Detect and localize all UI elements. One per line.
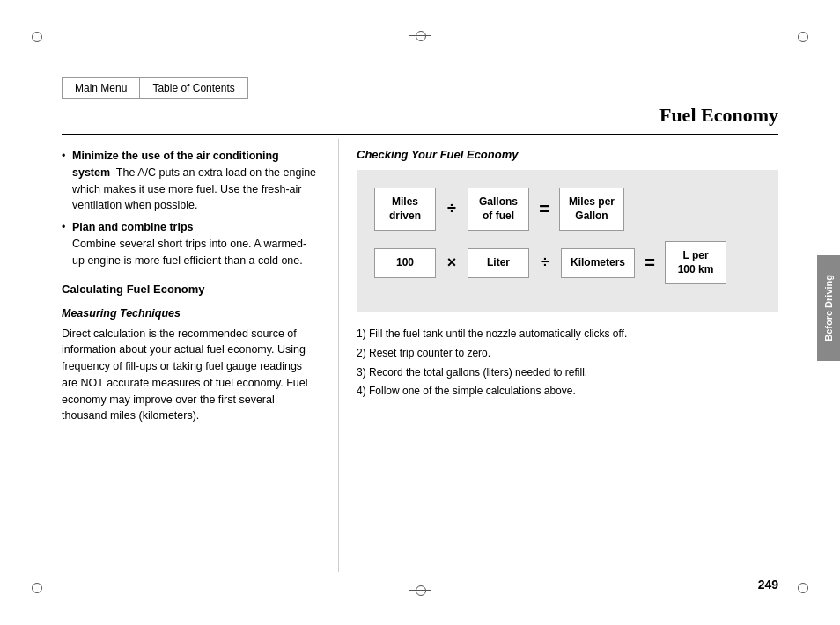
step-2: 2) Reset trip counter to zero. (357, 344, 778, 364)
formula-divide-op-1: ÷ (443, 200, 461, 218)
step-3: 3) Record the total gallons (liters) nee… (357, 364, 778, 383)
formula-gallons-of-fuel: Gallons of fuel (468, 188, 529, 231)
table-of-contents-button[interactable]: Table of Contents (139, 77, 247, 99)
formula-diagram: Miles driven ÷ Gallons of fuel = Miles p… (357, 170, 778, 312)
bullet2-title: Plan and combine trips (72, 221, 194, 233)
bullet-list: Minimize the use of the air conditioning… (62, 148, 317, 268)
section-heading: Calculating Fuel Economy (62, 281, 317, 298)
formula-miles-per-gallon: Miles per Gallon (559, 188, 624, 231)
crosshair-top (413, 28, 427, 42)
reg-mark-tr (792, 26, 814, 48)
step-4: 4) Follow one of the simple calculations… (357, 382, 778, 401)
formula-divide-op-2: ÷ (536, 254, 554, 272)
formula-bottom-row: 100 × Liter ÷ Kilometers = L per 100 km (374, 241, 761, 284)
reg-mark-br (792, 577, 814, 599)
side-tab: Before Driving (817, 255, 840, 361)
crosshair-bottom (413, 583, 427, 597)
formula-equals-2: = (642, 253, 658, 273)
formula-multiply-op: × (443, 254, 461, 272)
diagram-title: Checking Your Fuel Economy (357, 148, 778, 161)
formula-l-per-100km: L per 100 km (665, 241, 726, 284)
bullet2-text: Combine several short trips into one. A … (72, 238, 306, 267)
page-number: 249 (758, 577, 778, 592)
title-rule (62, 134, 778, 135)
column-divider (338, 139, 339, 572)
reg-mark-tl (26, 26, 48, 48)
formula-liter: Liter (468, 248, 529, 278)
content-wrapper: Minimize the use of the air conditioning… (62, 139, 778, 572)
formula-miles-driven: Miles driven (374, 188, 436, 231)
step-1: 1) Fill the fuel tank until the nozzle a… (357, 325, 778, 344)
bullet-item-2: Plan and combine trips Combine several s… (62, 219, 317, 268)
right-column: Checking Your Fuel Economy Miles driven … (343, 139, 778, 572)
steps-list: 1) Fill the fuel tank until the nozzle a… (357, 325, 778, 401)
formula-top-row: Miles driven ÷ Gallons of fuel = Miles p… (374, 188, 761, 231)
body-text: Direct calculation is the recommended so… (62, 326, 317, 425)
left-column: Minimize the use of the air conditioning… (62, 139, 335, 572)
formula-kilometers: Kilometers (561, 248, 635, 278)
main-menu-button[interactable]: Main Menu (62, 77, 139, 99)
side-tab-label: Before Driving (823, 275, 834, 342)
formula-100: 100 (374, 248, 436, 278)
subsection-heading: Measuring Techniques (62, 305, 317, 322)
page-title: Fuel Economy (659, 104, 778, 127)
formula-equals-1: = (536, 199, 552, 219)
reg-mark-bl (26, 577, 48, 599)
bullet-item-1: Minimize the use of the air conditioning… (62, 148, 317, 214)
top-navigation: Main Menu Table of Contents (62, 77, 248, 99)
